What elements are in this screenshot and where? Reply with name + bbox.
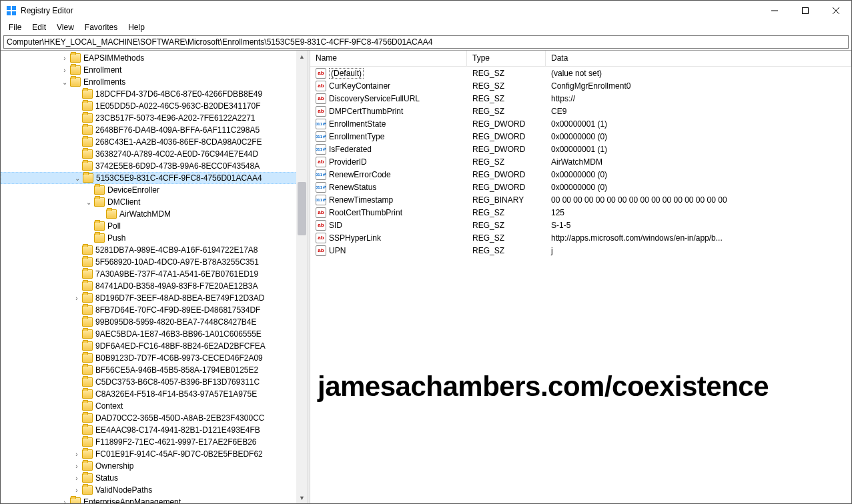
scroll-up-icon[interactable]: ▲ — [296, 51, 308, 62]
tree-node-label: 18DCFFD4-37D6-4BC6-87E0-4266FDBB8E49 — [95, 89, 262, 99]
value-row[interactable]: SIDREG_SZS-1-5 — [310, 219, 851, 231]
tree-node[interactable]: 23CB517F-5073-4E96-A202-7FE6122A2271 — [1, 112, 308, 124]
title-bar: Registry Editor — [1, 1, 851, 21]
folder-icon — [70, 497, 81, 503]
splitter[interactable] — [308, 51, 310, 503]
tree-node[interactable]: 268C43E1-AA2B-4036-86EF-8CDA98A0C2FE — [1, 136, 308, 148]
folder-icon — [82, 461, 93, 471]
tree-node[interactable]: 7A30A9BE-737F-47A1-A541-6E7B0761ED19 — [1, 268, 308, 280]
folder-icon — [82, 413, 93, 423]
chevron-right-icon[interactable] — [73, 475, 81, 482]
value-row[interactable]: SSPHyperLinkREG_SZhttp://apps.microsoft.… — [310, 231, 851, 244]
value-row[interactable]: (Default)REG_SZ(value not set) — [310, 67, 851, 79]
minimize-button[interactable] — [759, 1, 790, 21]
main-area: EAPSIMMethodsEnrollmentEnrollments18DCFF… — [1, 50, 851, 503]
menu-file[interactable]: File — [3, 21, 27, 33]
tree-node[interactable]: 36382740-A789-4C02-AE0D-76C944E7E44D — [1, 148, 308, 160]
chevron-down-icon[interactable] — [61, 79, 69, 86]
chevron-right-icon[interactable] — [73, 451, 81, 458]
maximize-button[interactable] — [790, 1, 821, 21]
tree-node[interactable]: 18DCFFD4-37D6-4BC6-87E0-4266FDBB8E49 — [1, 88, 308, 100]
chevron-right-icon[interactable] — [73, 463, 81, 470]
tree-node[interactable]: 1E05DD5D-A022-46C5-963C-B20DE341170F — [1, 100, 308, 112]
tree-node[interactable]: 3742E5E8-6D9D-473B-99A6-8ECC0F43548A — [1, 160, 308, 172]
value-row[interactable]: UPNREG_SZj — [310, 244, 851, 257]
col-name[interactable]: Name — [310, 51, 467, 66]
tree-node[interactable]: 8D196D7F-3EEF-48AD-8BEA-BE749F12D3AD — [1, 292, 308, 304]
value-row[interactable]: IsFederatedREG_DWORD0x00000001 (1) — [310, 143, 851, 155]
tree-node[interactable]: EnterpriseAppManagement — [1, 496, 308, 503]
tree-node[interactable]: Poll — [1, 220, 308, 232]
tree-node-label: EE4AAC98-C174-4941-82B1-D121E493E4FB — [95, 425, 260, 435]
chevron-right-icon[interactable] — [61, 55, 69, 62]
menu-view[interactable]: View — [51, 21, 79, 33]
value-row[interactable]: RenewTimestampREG_BINARY00 00 00 00 00 0… — [310, 193, 851, 206]
tree-node[interactable]: 8FB7D64E-70FC-4F9D-89EE-D486817534DF — [1, 304, 308, 316]
tree-node[interactable]: B0B9123D-7D7F-4C6B-9973-CECED46F2A09 — [1, 352, 308, 364]
tree-node[interactable]: AirWatchMDM — [1, 208, 308, 220]
tree-node[interactable]: 84741AD0-B358-49A9-83F8-F7E20AE12B3A — [1, 280, 308, 292]
value-row[interactable]: RootCertThumbPrintREG_SZ125 — [310, 206, 851, 219]
tree-node[interactable]: Status — [1, 472, 308, 484]
tree-node[interactable]: 9AEC5BDA-1E87-46B3-BB96-1A01C606555E — [1, 328, 308, 340]
value-row[interactable]: RenewStatusREG_DWORD0x00000000 (0) — [310, 181, 851, 193]
chevron-right-icon[interactable] — [61, 499, 69, 504]
menu-help[interactable]: Help — [123, 21, 150, 33]
tree-node[interactable]: ValidNodePaths — [1, 484, 308, 496]
folder-icon — [82, 245, 93, 255]
chevron-right-icon[interactable] — [73, 295, 81, 302]
menu-favorites[interactable]: Favorites — [79, 21, 123, 33]
scroll-down-icon[interactable]: ▼ — [296, 492, 308, 503]
value-row[interactable]: RenewErrorCodeREG_DWORD0x00000000 (0) — [310, 168, 851, 181]
chevron-right-icon[interactable] — [73, 487, 81, 494]
value-name: (Default) — [329, 68, 364, 79]
value-row[interactable]: DMPCertThumbPrintREG_SZCE9 — [310, 105, 851, 117]
folder-icon — [70, 77, 81, 87]
tree-node[interactable]: Enrollment — [1, 64, 308, 76]
tree-node[interactable]: Push — [1, 232, 308, 244]
tree-node-label: 84741AD0-B358-49A9-83F8-F7E20AE12B3A — [95, 281, 258, 291]
value-name: DiscoveryServiceFullURL — [329, 94, 420, 103]
tree-pane[interactable]: EAPSIMMethodsEnrollmentEnrollments18DCFF… — [1, 51, 308, 503]
chevron-right-icon[interactable] — [61, 67, 69, 74]
tree-scrollbar[interactable]: ▲ ▼ — [296, 51, 308, 503]
tree-node[interactable]: 5F568920-10AD-4DC0-A97E-B78A3255C351 — [1, 256, 308, 268]
value-row[interactable]: ProviderIDREG_SZAirWatchMDM — [310, 155, 851, 168]
tree-node[interactable]: C5DC3753-B6C8-4057-B396-BF13D769311C — [1, 376, 308, 388]
tree-node[interactable]: 5281DB7A-989E-4CB9-A16F-6194722E17A8 — [1, 244, 308, 256]
value-row[interactable]: CurKeyContainerREG_SZConfigMgrEnrollment… — [310, 79, 851, 92]
tree-node[interactable]: BF56CE5A-946B-45B5-858A-1794EB0125E2 — [1, 364, 308, 376]
tree-node[interactable]: Enrollments — [1, 76, 308, 88]
address-input[interactable] — [4, 36, 848, 48]
tree-node-label: C5DC3753-B6C8-4057-B396-BF13D769311C — [95, 377, 260, 387]
tree-node[interactable]: EAPSIMMethods — [1, 52, 308, 64]
tree-node[interactable]: C8A326E4-F518-4F14-B543-97A57E1A975E — [1, 388, 308, 400]
tree-node[interactable]: DeviceEnroller — [1, 184, 308, 196]
svg-rect-0 — [7, 6, 11, 10]
tree-node[interactable]: DMClient — [1, 196, 308, 208]
chevron-down-icon[interactable] — [73, 175, 81, 182]
tree-node[interactable]: F11899F2-71EC-4621-9997-E17AE2F6EB26 — [1, 436, 308, 448]
value-row[interactable]: DiscoveryServiceFullURLREG_SZhttps:// — [310, 92, 851, 105]
value-row[interactable]: EnrollmentStateREG_DWORD0x00000001 (1) — [310, 117, 851, 130]
tree-node[interactable]: Context — [1, 400, 308, 412]
tree-node-selected[interactable]: 5153C5E9-831C-4CFF-9FC8-4756D01ACAA4 — [1, 172, 308, 184]
col-type[interactable]: Type — [467, 51, 546, 66]
tree-node[interactable]: FC01E91F-914C-45AF-9D7C-0B2E5FBEDF62 — [1, 448, 308, 460]
value-type: REG_DWORD — [467, 145, 546, 154]
string-value-icon — [316, 207, 326, 218]
tree-node[interactable]: EE4AAC98-C174-4941-82B1-D121E493E4FB — [1, 424, 308, 436]
tree-node[interactable]: DAD70CC2-365B-450D-A8AB-2EB23F4300CC — [1, 412, 308, 424]
value-row[interactable]: EnrollmentTypeREG_DWORD0x00000000 (0) — [310, 130, 851, 143]
menu-edit[interactable]: Edit — [27, 21, 51, 33]
col-data[interactable]: Data — [546, 51, 851, 66]
tree-node[interactable]: 9DF6A4ED-FC16-48BF-8B24-6E2AD2BFCFEA — [1, 340, 308, 352]
tree-node-label: 36382740-A789-4C02-AE0D-76C944E7E44D — [95, 149, 258, 159]
tree-node[interactable]: 99B095D8-5959-4820-BEA7-7448C8427B4E — [1, 316, 308, 328]
tree-node[interactable]: Ownership — [1, 460, 308, 472]
scroll-thumb[interactable] — [298, 182, 306, 235]
tree-node[interactable]: 2648BF76-DA4B-409A-BFFA-6AF111C298A5 — [1, 124, 308, 136]
folder-icon — [82, 137, 93, 147]
chevron-down-icon[interactable] — [85, 199, 93, 206]
close-button[interactable] — [821, 1, 851, 21]
